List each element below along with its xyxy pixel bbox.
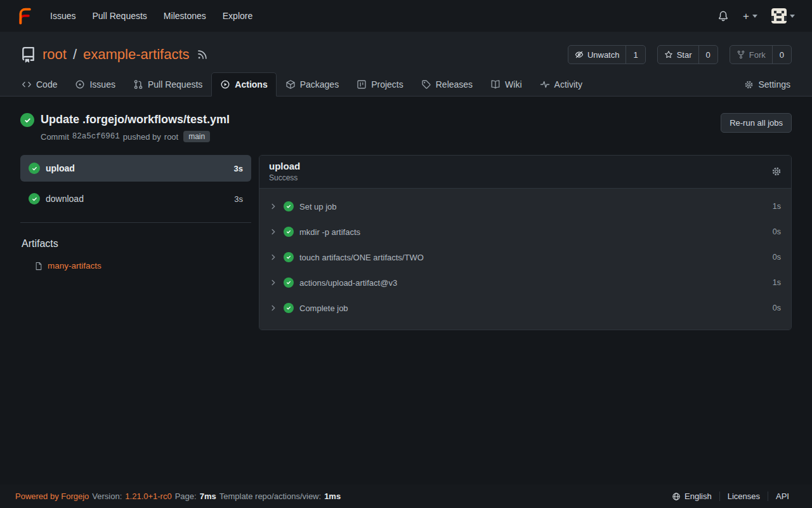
step-row-mkdir[interactable]: mkdir -p artifacts 0s (259, 219, 791, 244)
forks-count[interactable]: 0 (772, 46, 791, 64)
pushed-by-label: pushed by (123, 132, 161, 142)
tab-issues[interactable]: Issues (66, 72, 124, 97)
check-circle-icon (284, 252, 294, 262)
run-titles: Update .forgejo/workflows/test.yml Commi… (41, 113, 230, 142)
nav-item-explore[interactable]: Explore (214, 0, 261, 32)
globe-icon (672, 492, 681, 501)
tab-wiki[interactable]: Wiki (481, 72, 530, 97)
nav-item-pull-requests[interactable]: Pull Requests (84, 0, 155, 32)
issue-opened-icon (75, 79, 85, 90)
code-icon (22, 79, 32, 90)
job-duration: 3s (234, 194, 243, 204)
job-options-gear-icon[interactable] (771, 166, 782, 177)
job-duration: 3s (234, 164, 243, 173)
step-row-setup[interactable]: Set up job 1s (259, 194, 791, 219)
tab-pull-requests-label: Pull Requests (148, 79, 202, 90)
rss-icon[interactable] (197, 50, 207, 60)
language-selector[interactable]: English (664, 491, 719, 501)
chevron-right-icon (270, 253, 277, 261)
chevron-right-icon (270, 203, 277, 210)
tab-activity[interactable]: Activity (531, 72, 591, 97)
unwatch-button[interactable]: Unwatch (568, 46, 626, 64)
nav-item-issues[interactable]: Issues (42, 0, 84, 32)
watch-button-group: Unwatch 1 (568, 45, 646, 64)
tab-settings[interactable]: Settings (735, 72, 799, 97)
book-icon (490, 79, 501, 90)
tab-code[interactable]: Code (13, 72, 66, 97)
pusher-name[interactable]: root (164, 132, 178, 142)
step-duration: 1s (773, 278, 781, 287)
licenses-link[interactable]: Licenses (719, 491, 768, 501)
language-label: English (684, 491, 712, 501)
page-time-value: 7ms (200, 491, 216, 501)
jobs-sidebar: upload 3s download 3s Artifacts many-art… (20, 155, 251, 271)
gear-icon (744, 80, 754, 90)
step-duration: 0s (773, 304, 781, 312)
job-detail-name: upload (269, 161, 300, 171)
watchers-count[interactable]: 1 (625, 46, 645, 64)
step-row-touch[interactable]: touch artifacts/ONE artifacts/TWO 0s (259, 244, 791, 270)
powered-by-link[interactable]: Powered by Forgejo (15, 491, 89, 501)
step-duration: 0s (773, 253, 781, 262)
file-icon (34, 262, 43, 271)
plus-icon: + (743, 11, 749, 22)
package-icon (285, 79, 296, 90)
tab-projects[interactable]: Projects (348, 72, 412, 97)
git-pull-request-icon (133, 79, 143, 90)
star-button[interactable]: Star (658, 46, 698, 64)
forgejo-logo[interactable] (14, 5, 36, 27)
repo-title-row: root / example-artifacts U (0, 41, 812, 69)
sidebar-divider (20, 222, 251, 223)
job-row-download[interactable]: download 3s (20, 185, 251, 212)
star-label: Star (677, 50, 692, 60)
tab-actions-label: Actions (235, 79, 267, 90)
job-name: upload (46, 163, 75, 173)
commit-sha[interactable]: 82a5cf6961 (72, 132, 120, 141)
repo-name-link[interactable]: example-artifacts (83, 46, 190, 63)
forgejo-logo-icon (15, 6, 35, 26)
fork-button[interactable]: Fork (730, 46, 772, 64)
repo-book-icon (20, 47, 36, 63)
tab-issues-label: Issues (89, 79, 115, 90)
unwatch-label: Unwatch (587, 50, 620, 60)
tab-pull-requests[interactable]: Pull Requests (124, 72, 211, 97)
play-circle-icon (220, 79, 230, 90)
pulse-icon (540, 79, 550, 90)
step-label: actions/upload-artifact@v3 (299, 278, 397, 288)
job-detail-status: Success (269, 173, 300, 182)
project-icon (357, 79, 367, 90)
top-navbar: Issues Pull Requests Milestones Explore … (0, 0, 812, 32)
stars-count[interactable]: 0 (698, 46, 717, 64)
artifact-download-link[interactable]: many-artifacts (48, 261, 102, 271)
job-row-upload[interactable]: upload 3s (20, 155, 251, 182)
step-label: touch artifacts/ONE artifacts/TWO (299, 253, 424, 262)
repo-action-buttons: Unwatch 1 Star 0 (568, 45, 792, 64)
chevron-right-icon (270, 279, 277, 286)
tab-actions[interactable]: Actions (211, 72, 276, 97)
rerun-all-jobs-button[interactable]: Re-run all jobs (721, 113, 792, 133)
step-row-upload-artifact[interactable]: actions/upload-artifact@v3 1s (259, 270, 791, 295)
page-time-label: Page: (175, 491, 197, 501)
user-menu-button[interactable] (764, 8, 802, 23)
tab-releases[interactable]: Releases (412, 72, 481, 97)
repo-separator: / (73, 46, 77, 63)
step-row-complete[interactable]: Complete job 0s (259, 295, 791, 321)
check-circle-icon (20, 113, 34, 127)
repo-owner-link[interactable]: root (43, 46, 67, 63)
create-new-button[interactable]: + (736, 11, 764, 22)
caret-down-icon (790, 15, 795, 20)
tab-projects-label: Projects (371, 79, 403, 90)
nav-item-milestones[interactable]: Milestones (155, 0, 214, 32)
tab-packages[interactable]: Packages (277, 72, 348, 97)
check-circle-icon (29, 163, 40, 174)
artifact-item: many-artifacts (20, 261, 251, 271)
tab-releases-label: Releases (436, 79, 473, 90)
notifications-button[interactable] (710, 10, 736, 22)
check-circle-icon (29, 193, 40, 204)
step-label: mkdir -p artifacts (299, 227, 360, 237)
branch-badge[interactable]: main (183, 131, 210, 142)
api-link[interactable]: API (768, 491, 797, 501)
check-circle-icon (284, 277, 294, 288)
version-link[interactable]: 1.21.0+1-rc0 (125, 491, 171, 501)
version-label: Version: (92, 491, 122, 501)
